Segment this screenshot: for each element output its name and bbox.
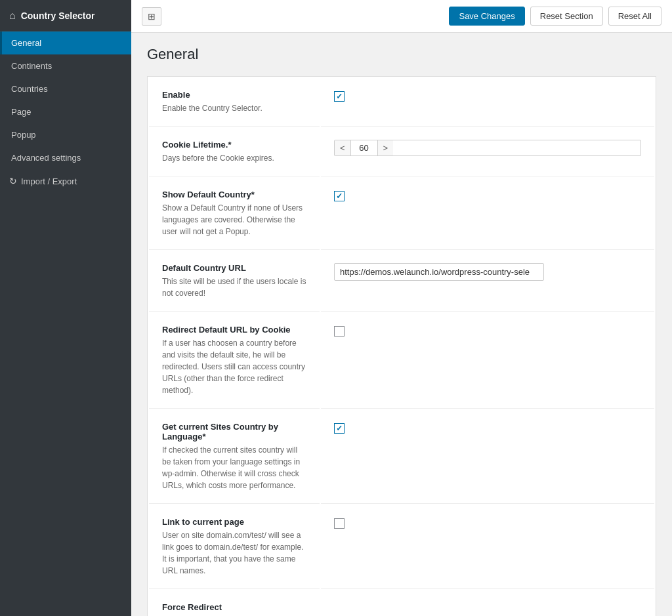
sidebar-item-general[interactable]: General	[0, 31, 131, 54]
sidebar-plugin-title: ⌂ Country Selector	[0, 0, 131, 31]
sidebar-nav: General Continents Countries Page Popup …	[0, 31, 131, 616]
setting-label-force-redirect: Force Redirect	[162, 602, 306, 612]
grid-icon: ⊞	[148, 11, 156, 22]
sidebar-item-import-export[interactable]: ↻ Import / Export	[0, 169, 131, 193]
settings-table: Enable Enable the Country Selector. Cook…	[147, 76, 656, 616]
setting-label-redirect-default: Redirect Default URL by Cookie	[162, 325, 306, 335]
setting-row-redirect-default: Redirect Default URL by Cookie If a user…	[149, 313, 654, 409]
home-icon: ⌂	[9, 10, 16, 22]
setting-row-force-redirect: Force Redirect	[149, 590, 654, 616]
setting-desc-link-current: User on site domain.com/test/ will see a…	[162, 529, 306, 577]
import-export-icon: ↻	[9, 176, 17, 186]
setting-label-get-current: Get current Sites Country by Language*	[162, 422, 306, 441]
default-country-url-input[interactable]	[334, 263, 544, 281]
stepper-decrease-btn[interactable]: <	[335, 140, 351, 155]
sidebar-item-page[interactable]: Page	[0, 100, 131, 123]
show-default-country-checkbox[interactable]	[334, 191, 345, 201]
menu-icon-button[interactable]: ⊞	[142, 7, 161, 26]
save-changes-button[interactable]: Save Changes	[449, 7, 524, 26]
redirect-default-url-checkbox[interactable]	[334, 326, 345, 337]
sidebar-item-countries[interactable]: Countries	[0, 77, 131, 100]
sidebar-item-popup[interactable]: Popup	[0, 123, 131, 146]
get-current-sites-checkbox[interactable]	[334, 423, 345, 434]
main-content: General Enable Enable the Country Select…	[131, 33, 672, 616]
setting-row-default-url: Default Country URL This site will be us…	[149, 251, 654, 312]
setting-label-cookie: Cookie Lifetime.*	[162, 140, 306, 150]
page-title: General	[147, 46, 656, 63]
stepper-increase-btn[interactable]: >	[377, 140, 394, 155]
setting-row-cookie-lifetime: Cookie Lifetime.* Days before the Cookie…	[149, 128, 654, 176]
toolbar-right: Save Changes Reset Section Reset All	[449, 7, 662, 26]
stepper-value: 60	[351, 140, 377, 155]
setting-row-get-current-sites: Get current Sites Country by Language* I…	[149, 410, 654, 504]
setting-label-enable: Enable	[162, 90, 306, 100]
setting-desc-redirect-default: If a user has choosen a country before a…	[162, 337, 306, 396]
link-current-page-checkbox[interactable]	[334, 518, 345, 529]
setting-label-default-url: Default Country URL	[162, 263, 306, 273]
toolbar-left: ⊞	[142, 7, 161, 26]
setting-label-link-current: Link to current page	[162, 517, 306, 527]
enable-checkbox[interactable]	[334, 91, 345, 102]
setting-row-show-default: Show Default Country* Show a Default Cou…	[149, 178, 654, 250]
setting-desc-get-current: If checked the current sites country wil…	[162, 444, 306, 491]
setting-row-enable: Enable Enable the Country Selector.	[149, 78, 654, 127]
setting-label-show-default: Show Default Country*	[162, 190, 306, 199]
reset-section-button[interactable]: Reset Section	[530, 7, 603, 26]
setting-desc-cookie: Days before the Cookie expires.	[162, 152, 306, 164]
toolbar: ⊞ Save Changes Reset Section Reset All	[131, 0, 672, 33]
setting-desc-default-url: This site will be used if the users loca…	[162, 276, 306, 299]
setting-desc-enable: Enable the Country Selector.	[162, 102, 306, 114]
reset-all-button[interactable]: Reset All	[608, 7, 662, 26]
cookie-lifetime-stepper[interactable]: < 60 >	[334, 140, 641, 156]
content-area: ⊞ Save Changes Reset Section Reset All G…	[131, 0, 672, 616]
setting-row-link-current: Link to current page User on site domain…	[149, 505, 654, 589]
sidebar-item-advanced[interactable]: Advanced settings	[0, 146, 131, 169]
sidebar-item-continents[interactable]: Continents	[0, 54, 131, 77]
sidebar: ⌂ Country Selector General Continents Co…	[0, 0, 131, 616]
setting-desc-show-default: Show a Default Country if none of Users …	[162, 202, 306, 237]
